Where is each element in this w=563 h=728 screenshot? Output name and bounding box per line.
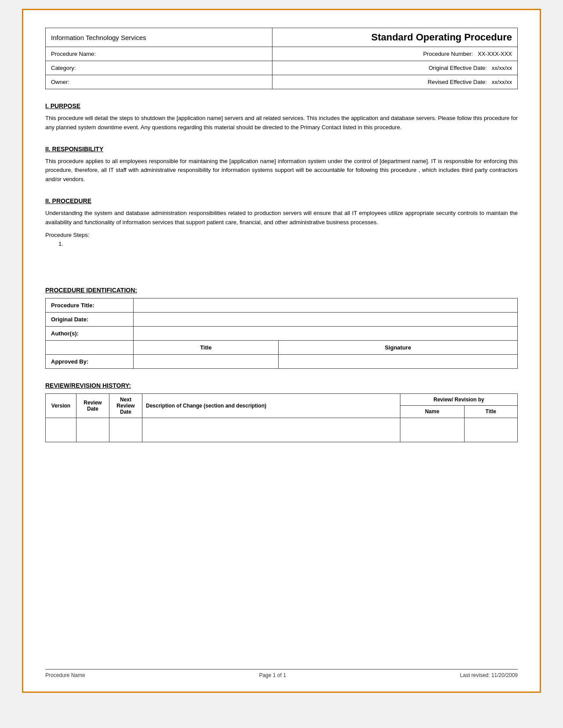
revised-date-label: Revised Effective Date: bbox=[428, 79, 487, 85]
revision-row-version bbox=[46, 418, 76, 442]
footer: Procedure Name Page 1 of 1 Last revised:… bbox=[45, 669, 518, 678]
revised-date-cell: Revised Effective Date: xx/xx/xx bbox=[272, 75, 517, 89]
purpose-heading: I. PURPOSE bbox=[45, 102, 518, 109]
responsibility-section: II. RESPONSIBILITY This procedure applie… bbox=[45, 146, 518, 184]
revision-row-next-review bbox=[109, 418, 142, 442]
signature-col-header: Signature bbox=[278, 340, 517, 354]
procedure-heading: II. PROCEDURE bbox=[45, 197, 518, 204]
authors-value bbox=[134, 326, 518, 340]
approved-by-label: Approved By: bbox=[46, 354, 134, 368]
procedure-steps-label: Procedure Steps: bbox=[45, 232, 518, 238]
org-name-text: Information Technology Services bbox=[51, 34, 146, 41]
category-label: Category: bbox=[51, 65, 76, 71]
footer-procedure-name: Procedure Name bbox=[45, 672, 85, 678]
col-description: Description of Change (section and descr… bbox=[142, 393, 400, 418]
owner-label-cell: Owner: bbox=[46, 75, 272, 89]
revision-row-review-date bbox=[76, 418, 109, 442]
approved-by-signature bbox=[278, 354, 517, 368]
original-date-cell: Original Effective Date: xx/xx/xx bbox=[272, 61, 517, 75]
proc-title-value bbox=[134, 298, 518, 312]
revision-table: Version Review Date Next Review Date Des… bbox=[45, 393, 518, 442]
revision-row-title bbox=[464, 418, 517, 442]
col-title: Title bbox=[464, 406, 517, 418]
proc-id-table: Procedure Title: Original Date: Author(s… bbox=[45, 298, 518, 369]
col-revision-by: Review/ Revision by bbox=[400, 393, 517, 406]
responsibility-body: This procedure applies to all employees … bbox=[45, 157, 518, 184]
proc-identification-section: PROCEDURE IDENTIFICATION: Procedure Titl… bbox=[45, 287, 518, 369]
original-date-value: xx/xx/xx bbox=[492, 65, 512, 71]
owner-label: Owner: bbox=[51, 79, 69, 85]
page: Information Technology Services Standard… bbox=[22, 9, 541, 693]
procedure-body: Understanding the system and database ad… bbox=[45, 209, 518, 227]
procedure-section: II. PROCEDURE Understanding the system a… bbox=[45, 197, 518, 273]
col-version: Version bbox=[46, 393, 76, 418]
responsibility-heading: II. RESPONSIBILITY bbox=[45, 146, 518, 153]
col-review-date: Review Date bbox=[76, 393, 109, 418]
authors-label: Author(s): bbox=[46, 326, 134, 340]
sop-title-cell: Standard Operating Procedure bbox=[272, 28, 517, 47]
approved-by-title bbox=[134, 354, 279, 368]
col-next-review: Next Review Date bbox=[109, 393, 142, 418]
revision-history-section: REVIEW/REVISION HISTORY: Version Review … bbox=[45, 382, 518, 442]
proc-id-heading: PROCEDURE IDENTIFICATION: bbox=[45, 287, 518, 294]
original-date-label: Original Date: bbox=[46, 312, 134, 326]
original-date-label: Original Effective Date: bbox=[429, 65, 487, 71]
footer-page-info: Page 1 of 1 bbox=[259, 672, 286, 678]
procedure-number-value: XX-XXX-XXX bbox=[478, 51, 512, 57]
org-name-cell: Information Technology Services bbox=[46, 28, 272, 47]
revised-date-value: xx/xx/xx bbox=[492, 79, 512, 85]
category-label-cell: Category: bbox=[46, 61, 272, 75]
purpose-section: I. PURPOSE This procedure will detail th… bbox=[45, 102, 518, 132]
title-col-header: Title bbox=[134, 340, 279, 354]
col-name: Name bbox=[400, 406, 464, 418]
revision-heading: REVIEW/REVISION HISTORY: bbox=[45, 382, 518, 389]
revision-row-description bbox=[142, 418, 400, 442]
step-1: 1. bbox=[58, 240, 518, 247]
empty-cell bbox=[46, 340, 134, 354]
sop-title-text: Standard Operating Procedure bbox=[371, 32, 512, 43]
footer-last-revised: Last revised: 11/20/2009 bbox=[460, 672, 518, 678]
original-date-value bbox=[134, 312, 518, 326]
purpose-body: This procedure will detail the steps to … bbox=[45, 114, 518, 132]
proc-title-label: Procedure Title: bbox=[46, 298, 134, 312]
procedure-name-label-cell: Procedure Name: bbox=[46, 47, 272, 61]
procedure-number-label: Procedure Number: bbox=[423, 51, 473, 57]
header-table: Information Technology Services Standard… bbox=[45, 28, 518, 89]
procedure-number-cell: Procedure Number: XX-XXX-XXX bbox=[272, 47, 517, 61]
procedure-name-label: Procedure Name: bbox=[51, 51, 96, 57]
revision-row-name bbox=[400, 418, 464, 442]
